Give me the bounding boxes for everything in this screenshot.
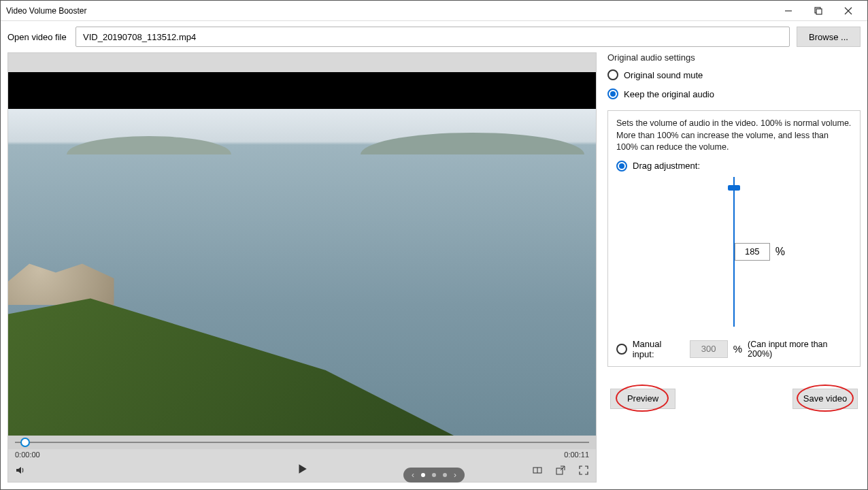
- seek-bar[interactable]: [8, 436, 596, 449]
- svg-rect-2: [816, 9, 822, 14]
- volume-slider[interactable]: %: [616, 177, 852, 327]
- radio-manual-label: Manual input:: [633, 339, 684, 359]
- close-icon: [843, 5, 854, 16]
- radio-keep-label: Keep the original audio: [624, 89, 714, 99]
- manual-row: Manual input: % (Can input more than 200…: [616, 339, 852, 359]
- play-icon[interactable]: [296, 463, 308, 475]
- slider-thumb[interactable]: [728, 185, 740, 191]
- pager-next-icon[interactable]: ›: [454, 470, 456, 480]
- drag-value-input[interactable]: [735, 243, 770, 261]
- volume-box: Sets the volume of audio in the video. 1…: [607, 110, 861, 367]
- video-area: 0:00:00 0:00:11: [7, 52, 597, 483]
- percent-symbol-manual: %: [733, 343, 742, 355]
- pager-dot-2[interactable]: [432, 473, 436, 477]
- percent-symbol-drag: %: [775, 246, 785, 258]
- radio-mute-label: Original sound mute: [624, 70, 703, 80]
- close-button[interactable]: [835, 1, 862, 20]
- volume-description: Sets the volume of audio in the video. 1…: [616, 118, 852, 154]
- settings-panel: Original audio settings Original sound m…: [607, 52, 861, 483]
- video-frame: [8, 109, 596, 436]
- save-video-button[interactable]: Save video: [792, 389, 858, 409]
- action-row: Preview Save video: [607, 389, 861, 409]
- pager-pill: ‹ ›: [403, 468, 465, 483]
- open-file-row: Open video file Browse ...: [1, 21, 867, 52]
- duration: 0:00:11: [564, 451, 589, 459]
- pager-dot-3[interactable]: [443, 473, 447, 477]
- seek-thumb[interactable]: [20, 438, 30, 447]
- pager-prev-icon[interactable]: ‹: [412, 470, 414, 480]
- minimize-button[interactable]: [775, 1, 802, 20]
- radio-manual[interactable]: [616, 344, 627, 355]
- player-controls: [8, 460, 596, 482]
- radio-keep[interactable]: [607, 88, 618, 99]
- radio-mute[interactable]: [607, 69, 618, 80]
- current-time: 0:00:00: [15, 451, 40, 459]
- video-player: 0:00:00 0:00:11: [7, 52, 597, 483]
- manual-value-input[interactable]: [690, 340, 728, 358]
- popout-icon[interactable]: [555, 465, 566, 476]
- window-title: Video Volume Booster: [6, 6, 775, 16]
- titlebar: Video Volume Booster: [1, 1, 867, 21]
- video-letterbox-top: [8, 72, 596, 109]
- maximize-button[interactable]: [805, 1, 832, 20]
- window-controls: [775, 1, 862, 20]
- fullscreen-icon[interactable]: [578, 465, 589, 476]
- radio-keep-row[interactable]: Keep the original audio: [607, 88, 861, 99]
- browse-button[interactable]: Browse ...: [797, 27, 861, 47]
- maximize-icon: [813, 5, 824, 16]
- radio-drag[interactable]: [616, 161, 627, 172]
- file-path-input[interactable]: [76, 27, 790, 47]
- audio-settings-title: Original audio settings: [607, 52, 861, 63]
- video-top-bar: [8, 53, 596, 72]
- radio-drag-label: Drag adjustment:: [633, 161, 700, 171]
- open-file-label: Open video file: [7, 32, 69, 42]
- theatre-icon[interactable]: [532, 465, 543, 476]
- manual-hint: (Can input more than 200%): [748, 340, 852, 359]
- preview-button[interactable]: Preview: [610, 389, 675, 409]
- radio-mute-row[interactable]: Original sound mute: [607, 69, 861, 80]
- time-row: 0:00:00 0:00:11: [8, 449, 596, 460]
- radio-drag-row[interactable]: Drag adjustment:: [616, 161, 852, 172]
- volume-icon[interactable]: [15, 465, 26, 476]
- minimize-icon: [783, 5, 794, 16]
- pager-dot-1[interactable]: [421, 473, 425, 477]
